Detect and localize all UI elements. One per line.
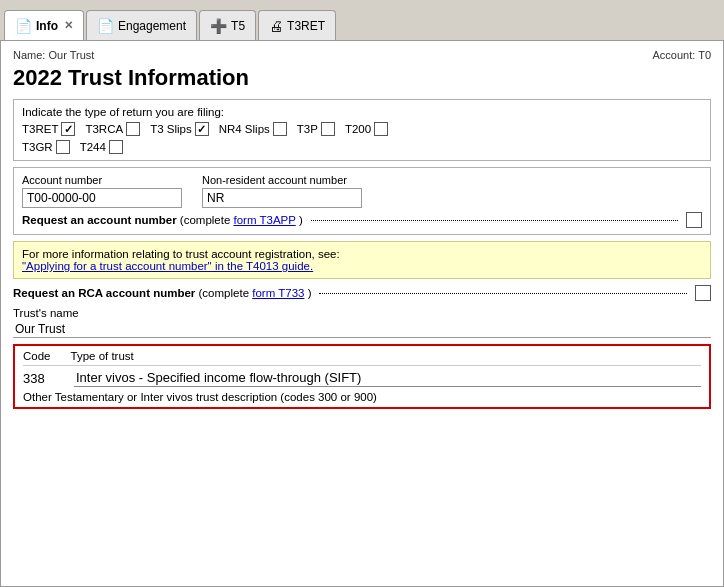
request-account-normal: (complete <box>180 214 234 226</box>
non-resident-account-input[interactable] <box>202 188 362 208</box>
trust-description-row: Other Testamentary or Inter vivos trust … <box>23 391 701 403</box>
info-box-link[interactable]: "Applying for a trust account number" in… <box>22 260 702 272</box>
tab-t5-label: T5 <box>231 19 245 33</box>
name-display: Name: Our Trust <box>13 49 94 61</box>
account-display: Account: T0 <box>652 49 711 61</box>
checkbox-t3gr: T3GR <box>22 140 70 154</box>
non-resident-account-label: Non-resident account number <box>202 174 362 186</box>
tab-engagement[interactable]: 📄 Engagement <box>86 10 197 40</box>
info-tab-icon: 📄 <box>15 18 32 34</box>
t244-checkbox[interactable] <box>109 140 123 154</box>
tab-info[interactable]: 📄 Info ✕ <box>4 10 84 40</box>
form-t3app-link[interactable]: form T3APP <box>234 214 296 226</box>
code-type-header: Code Type of trust <box>23 350 701 366</box>
t200-label: T200 <box>345 123 371 135</box>
return-type-section: Indicate the type of return you are fili… <box>13 99 711 161</box>
request-rca-normal: (complete <box>199 287 253 299</box>
tab-engagement-label: Engagement <box>118 19 186 33</box>
request-account-end: ) <box>299 214 303 226</box>
account-number-group: Account number <box>22 174 182 208</box>
checkboxes-row-1: T3RET T3RCA T3 Slips NR4 Slips T3P T200 <box>22 122 702 136</box>
request-account-text: Request an account number (complete form… <box>22 214 303 226</box>
info-box: For more information relating to trust a… <box>13 241 711 279</box>
code-value-row: 338 <box>23 369 701 387</box>
form-t733-link[interactable]: form T733 <box>252 287 304 299</box>
request-rca-row: Request an RCA account number (complete … <box>13 285 711 301</box>
account-fields-row: Account number Non-resident account numb… <box>22 174 702 208</box>
t3rca-checkbox[interactable] <box>126 122 140 136</box>
t3gr-label: T3GR <box>22 141 53 153</box>
code-number-value: 338 <box>23 371 58 386</box>
t3p-checkbox[interactable] <box>321 122 335 136</box>
request-rca-text: Request an RCA account number (complete … <box>13 287 311 299</box>
checkbox-t200: T200 <box>345 122 388 136</box>
t200-checkbox[interactable] <box>374 122 388 136</box>
return-type-label: Indicate the type of return you are fili… <box>22 106 702 118</box>
t3p-label: T3P <box>297 123 318 135</box>
checkboxes-row-2: T3GR T244 <box>22 140 702 154</box>
name-account-bar: Name: Our Trust Account: T0 <box>13 49 711 61</box>
non-resident-account-group: Non-resident account number <box>202 174 362 208</box>
account-number-label: Account number <box>22 174 182 186</box>
account-number-input[interactable] <box>22 188 182 208</box>
tab-t3ret-label: T3RET <box>287 19 325 33</box>
request-rca-end: ) <box>308 287 312 299</box>
type-of-trust-input[interactable] <box>74 369 701 387</box>
t3ret-label: T3RET <box>22 123 58 135</box>
tab-close-button[interactable]: ✕ <box>64 19 73 32</box>
name-value: Our Trust <box>48 49 94 61</box>
checkbox-t3ret: T3RET <box>22 122 75 136</box>
request-rca-checkbox[interactable] <box>695 285 711 301</box>
t5-tab-icon: ➕ <box>210 18 227 34</box>
t3ret-tab-icon: 🖨 <box>269 18 283 34</box>
tab-info-label: Info <box>36 19 58 33</box>
checkbox-t3p: T3P <box>297 122 335 136</box>
t3gr-checkbox[interactable] <box>56 140 70 154</box>
request-account-checkbox[interactable] <box>686 212 702 228</box>
trust-name-input[interactable] <box>13 321 711 338</box>
tab-bar: 📄 Info ✕ 📄 Engagement ➕ T5 🖨 T3RET <box>0 0 724 40</box>
trust-name-label: Trust's name <box>13 307 711 319</box>
content-area: Name: Our Trust Account: T0 2022 Trust I… <box>0 40 724 587</box>
dotted-line-1 <box>311 220 678 221</box>
t3slips-checkbox[interactable] <box>195 122 209 136</box>
request-account-bold: Request an account number <box>22 214 177 226</box>
info-box-line1: For more information relating to trust a… <box>22 248 702 260</box>
request-account-row: Request an account number (complete form… <box>22 212 702 228</box>
col-type-label: Type of trust <box>71 350 134 362</box>
col-code-label: Code <box>23 350 51 362</box>
account-label: Account: <box>652 49 695 61</box>
request-rca-bold: Request an RCA account number <box>13 287 195 299</box>
t3rca-label: T3RCA <box>85 123 123 135</box>
t244-label: T244 <box>80 141 106 153</box>
checkbox-nr4slips: NR4 Slips <box>219 122 287 136</box>
checkbox-t244: T244 <box>80 140 123 154</box>
checkbox-t3rca: T3RCA <box>85 122 140 136</box>
dotted-line-2 <box>319 293 687 294</box>
page-title: 2022 Trust Information <box>13 65 711 91</box>
tab-t3ret[interactable]: 🖨 T3RET <box>258 10 336 40</box>
checkbox-t3slips: T3 Slips <box>150 122 209 136</box>
nr4slips-label: NR4 Slips <box>219 123 270 135</box>
trust-name-section: Trust's name <box>13 307 711 338</box>
account-numbers-section: Account number Non-resident account numb… <box>13 167 711 235</box>
account-value: T0 <box>698 49 711 61</box>
nr4slips-checkbox[interactable] <box>273 122 287 136</box>
t3ret-checkbox[interactable] <box>61 122 75 136</box>
name-label: Name: <box>13 49 45 61</box>
trust-code-section: Code Type of trust 338 Other Testamentar… <box>13 344 711 409</box>
t3slips-label: T3 Slips <box>150 123 192 135</box>
engagement-tab-icon: 📄 <box>97 18 114 34</box>
tab-t5[interactable]: ➕ T5 <box>199 10 256 40</box>
